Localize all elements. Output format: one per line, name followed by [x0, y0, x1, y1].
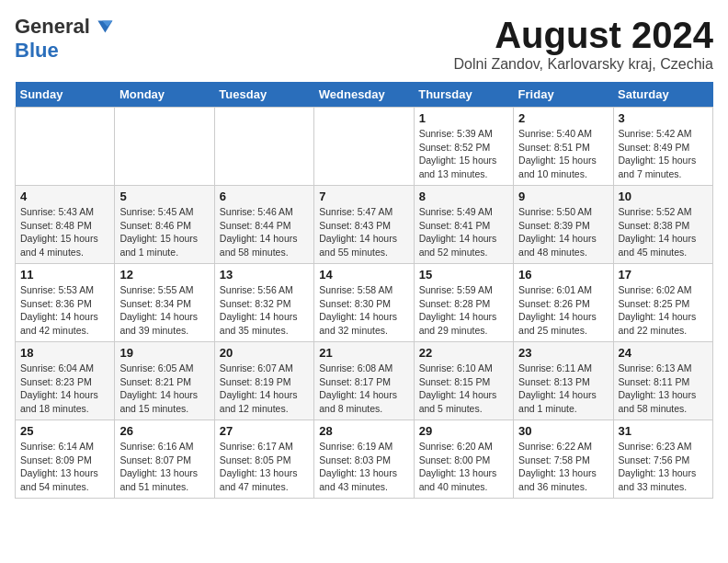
- calendar-week-2: 4Sunrise: 5:43 AM Sunset: 8:48 PM Daylig…: [16, 186, 713, 264]
- calendar-cell: 27Sunrise: 6:17 AM Sunset: 8:05 PM Dayli…: [214, 420, 313, 499]
- month-year-title: August 2024: [454, 15, 713, 56]
- calendar-body: 1Sunrise: 5:39 AM Sunset: 8:52 PM Daylig…: [16, 108, 713, 499]
- day-number: 23: [518, 346, 608, 360]
- calendar-cell: 10Sunrise: 5:52 AM Sunset: 8:38 PM Dayli…: [613, 186, 712, 264]
- calendar-cell: 8Sunrise: 5:49 AM Sunset: 8:41 PM Daylig…: [414, 186, 513, 264]
- calendar-cell: [115, 108, 214, 186]
- day-info: Sunrise: 5:46 AM Sunset: 8:44 PM Dayligh…: [220, 205, 309, 259]
- calendar-cell: 15Sunrise: 5:59 AM Sunset: 8:28 PM Dayli…: [414, 264, 513, 342]
- calendar-cell: 28Sunrise: 6:19 AM Sunset: 8:03 PM Dayli…: [314, 420, 414, 499]
- day-info: Sunrise: 6:14 AM Sunset: 8:09 PM Dayligh…: [20, 440, 109, 494]
- calendar-cell: [214, 108, 313, 186]
- day-number: 1: [419, 111, 508, 125]
- weekday-header-thursday: Thursday: [414, 82, 513, 108]
- day-number: 24: [619, 346, 708, 360]
- calendar-cell: 6Sunrise: 5:46 AM Sunset: 8:44 PM Daylig…: [214, 186, 313, 264]
- calendar-cell: 18Sunrise: 6:04 AM Sunset: 8:23 PM Dayli…: [16, 342, 115, 420]
- day-info: Sunrise: 6:22 AM Sunset: 7:58 PM Dayligh…: [518, 440, 608, 494]
- calendar-cell: 7Sunrise: 5:47 AM Sunset: 8:43 PM Daylig…: [314, 186, 414, 264]
- day-info: Sunrise: 6:10 AM Sunset: 8:15 PM Dayligh…: [419, 362, 508, 416]
- day-number: 19: [119, 346, 209, 360]
- day-number: 8: [419, 190, 508, 203]
- day-number: 18: [20, 346, 109, 360]
- day-info: Sunrise: 5:45 AM Sunset: 8:46 PM Dayligh…: [119, 205, 209, 259]
- day-info: Sunrise: 5:55 AM Sunset: 8:34 PM Dayligh…: [119, 283, 209, 338]
- calendar-cell: 4Sunrise: 5:43 AM Sunset: 8:48 PM Daylig…: [16, 186, 115, 264]
- day-info: Sunrise: 5:59 AM Sunset: 8:28 PM Dayligh…: [419, 283, 508, 338]
- calendar-cell: 24Sunrise: 6:13 AM Sunset: 8:11 PM Dayli…: [613, 342, 712, 420]
- day-number: 16: [518, 268, 608, 282]
- day-number: 25: [20, 424, 109, 438]
- day-info: Sunrise: 6:13 AM Sunset: 8:11 PM Dayligh…: [619, 362, 708, 416]
- weekday-header-row: SundayMondayTuesdayWednesdayThursdayFrid…: [16, 82, 713, 108]
- day-number: 15: [419, 268, 508, 282]
- weekday-header-monday: Monday: [115, 82, 214, 108]
- calendar-week-5: 25Sunrise: 6:14 AM Sunset: 8:09 PM Dayli…: [16, 420, 713, 499]
- day-info: Sunrise: 5:42 AM Sunset: 8:49 PM Dayligh…: [619, 127, 708, 181]
- calendar-cell: 26Sunrise: 6:16 AM Sunset: 8:07 PM Dayli…: [115, 420, 214, 499]
- calendar-week-3: 11Sunrise: 5:53 AM Sunset: 8:36 PM Dayli…: [16, 264, 713, 342]
- day-info: Sunrise: 5:53 AM Sunset: 8:36 PM Dayligh…: [20, 283, 109, 338]
- calendar-table: SundayMondayTuesdayWednesdayThursdayFrid…: [15, 82, 713, 499]
- day-number: 28: [319, 424, 408, 438]
- day-number: 6: [220, 190, 309, 203]
- day-number: 21: [319, 346, 408, 360]
- calendar-cell: 5Sunrise: 5:45 AM Sunset: 8:46 PM Daylig…: [115, 186, 214, 264]
- calendar-cell: 31Sunrise: 6:23 AM Sunset: 7:56 PM Dayli…: [613, 420, 712, 499]
- calendar-cell: 17Sunrise: 6:02 AM Sunset: 8:25 PM Dayli…: [613, 264, 712, 342]
- day-number: 11: [20, 268, 109, 282]
- calendar-cell: 12Sunrise: 5:55 AM Sunset: 8:34 PM Dayli…: [115, 264, 214, 342]
- day-info: Sunrise: 5:40 AM Sunset: 8:51 PM Dayligh…: [518, 127, 608, 181]
- day-info: Sunrise: 6:20 AM Sunset: 8:00 PM Dayligh…: [419, 440, 508, 494]
- day-info: Sunrise: 5:43 AM Sunset: 8:48 PM Dayligh…: [20, 205, 109, 259]
- day-number: 2: [518, 111, 608, 125]
- day-number: 5: [119, 190, 209, 203]
- calendar-cell: 2Sunrise: 5:40 AM Sunset: 8:51 PM Daylig…: [514, 108, 613, 186]
- day-info: Sunrise: 5:56 AM Sunset: 8:32 PM Dayligh…: [220, 283, 309, 338]
- calendar-cell: 22Sunrise: 6:10 AM Sunset: 8:15 PM Dayli…: [414, 342, 513, 420]
- page-header: General Blue August 2024 Dolni Zandov, K…: [15, 15, 713, 73]
- calendar-cell: 23Sunrise: 6:11 AM Sunset: 8:13 PM Dayli…: [514, 342, 613, 420]
- day-number: 13: [220, 268, 309, 282]
- calendar-cell: 19Sunrise: 6:05 AM Sunset: 8:21 PM Dayli…: [115, 342, 214, 420]
- day-number: 14: [319, 268, 408, 282]
- day-info: Sunrise: 5:39 AM Sunset: 8:52 PM Dayligh…: [419, 127, 508, 181]
- location-subtitle: Dolni Zandov, Karlovarsky kraj, Czechia: [454, 56, 713, 73]
- day-number: 10: [619, 190, 708, 203]
- day-number: 20: [220, 346, 309, 360]
- calendar-cell: [314, 108, 414, 186]
- day-info: Sunrise: 5:52 AM Sunset: 8:38 PM Dayligh…: [619, 205, 708, 259]
- calendar-cell: [16, 108, 115, 186]
- calendar-cell: 20Sunrise: 6:07 AM Sunset: 8:19 PM Dayli…: [214, 342, 313, 420]
- day-info: Sunrise: 6:07 AM Sunset: 8:19 PM Dayligh…: [220, 362, 309, 416]
- day-number: 12: [119, 268, 209, 282]
- day-info: Sunrise: 5:49 AM Sunset: 8:41 PM Dayligh…: [419, 205, 508, 259]
- calendar-cell: 3Sunrise: 5:42 AM Sunset: 8:49 PM Daylig…: [613, 108, 712, 186]
- logo-icon: [92, 16, 114, 38]
- day-number: 9: [518, 190, 608, 203]
- calendar-cell: 25Sunrise: 6:14 AM Sunset: 8:09 PM Dayli…: [16, 420, 115, 499]
- calendar-cell: 16Sunrise: 6:01 AM Sunset: 8:26 PM Dayli…: [514, 264, 613, 342]
- day-info: Sunrise: 5:47 AM Sunset: 8:43 PM Dayligh…: [319, 205, 408, 259]
- day-info: Sunrise: 6:19 AM Sunset: 8:03 PM Dayligh…: [319, 440, 408, 494]
- calendar-week-4: 18Sunrise: 6:04 AM Sunset: 8:23 PM Dayli…: [16, 342, 713, 420]
- calendar-cell: 30Sunrise: 6:22 AM Sunset: 7:58 PM Dayli…: [514, 420, 613, 499]
- logo: General Blue: [15, 15, 114, 63]
- day-number: 4: [20, 190, 109, 203]
- day-info: Sunrise: 6:05 AM Sunset: 8:21 PM Dayligh…: [119, 362, 209, 416]
- day-info: Sunrise: 6:04 AM Sunset: 8:23 PM Dayligh…: [20, 362, 109, 416]
- day-number: 7: [319, 190, 408, 203]
- logo-general-text: General: [15, 15, 90, 39]
- day-number: 3: [619, 111, 708, 125]
- day-number: 17: [619, 268, 708, 282]
- day-info: Sunrise: 6:01 AM Sunset: 8:26 PM Dayligh…: [518, 283, 608, 338]
- calendar-cell: 9Sunrise: 5:50 AM Sunset: 8:39 PM Daylig…: [514, 186, 613, 264]
- calendar-cell: 13Sunrise: 5:56 AM Sunset: 8:32 PM Dayli…: [214, 264, 313, 342]
- calendar-cell: 14Sunrise: 5:58 AM Sunset: 8:30 PM Dayli…: [314, 264, 414, 342]
- day-number: 22: [419, 346, 508, 360]
- calendar-cell: 1Sunrise: 5:39 AM Sunset: 8:52 PM Daylig…: [414, 108, 513, 186]
- day-info: Sunrise: 6:02 AM Sunset: 8:25 PM Dayligh…: [619, 283, 708, 338]
- day-info: Sunrise: 6:11 AM Sunset: 8:13 PM Dayligh…: [518, 362, 608, 416]
- calendar-cell: 29Sunrise: 6:20 AM Sunset: 8:00 PM Dayli…: [414, 420, 513, 499]
- calendar-cell: 11Sunrise: 5:53 AM Sunset: 8:36 PM Dayli…: [16, 264, 115, 342]
